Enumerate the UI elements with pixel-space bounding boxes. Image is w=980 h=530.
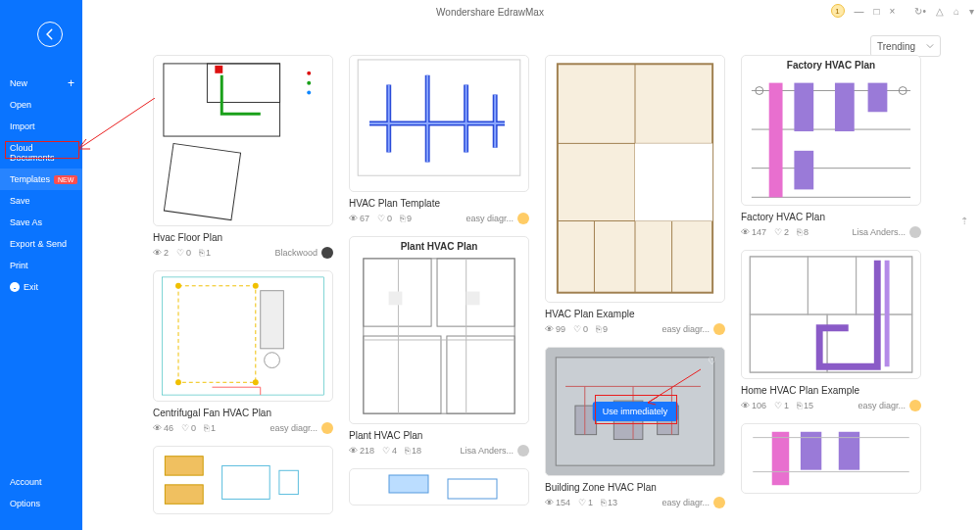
template-title: Plant HVAC Plan (349, 430, 529, 441)
template-author: easy diagr... (858, 400, 921, 411)
template-card[interactable]: HVAC Plan Example 👁99 ♡0 ⎘9 easy diagr..… (545, 55, 725, 335)
bell-icon[interactable]: △ (936, 6, 944, 17)
svg-rect-48 (835, 83, 855, 131)
sort-dropdown[interactable]: Trending (870, 35, 941, 57)
sidebar-item-import[interactable]: Import (0, 116, 82, 137)
svg-rect-55 (857, 257, 912, 314)
sidebar-item-save-as[interactable]: Save As (0, 212, 82, 233)
template-card[interactable]: Factory HVAC Plan Factory HVAC Plan 👁147… (741, 55, 921, 238)
svg-point-13 (175, 283, 181, 289)
template-thumbnail: Plant HVAC Plan (349, 236, 529, 424)
template-card[interactable]: Hvac Floor Plan 👁2 ♡0 ⎘1 Blackwood (153, 55, 333, 259)
svg-point-12 (265, 353, 280, 368)
plus-icon: + (68, 76, 74, 90)
sidebar-item-templates[interactable]: TemplatesNEW (0, 169, 82, 190)
template-card[interactable] (741, 423, 921, 494)
template-title: Home HVAC Plan Example (741, 385, 921, 396)
close-icon[interactable]: × (890, 6, 896, 17)
sidebar-item-new[interactable]: New+ (0, 72, 82, 94)
template-card[interactable]: Plant HVAC Plan Plant HVAC Plan 👁218 ♡4 … (349, 236, 529, 457)
likes-icon: ♡0 (176, 248, 191, 258)
template-thumbnail (153, 446, 333, 514)
svg-rect-54 (808, 257, 856, 314)
template-thumbnail: ♡ Use immediately (545, 347, 725, 476)
avatar (909, 400, 921, 411)
history-icon[interactable]: ↻• (914, 6, 926, 17)
heart-icon[interactable]: ♡ (708, 356, 716, 366)
svg-point-16 (253, 379, 259, 385)
gift-icon[interactable]: ⌂ (954, 6, 959, 17)
svg-rect-5 (164, 143, 240, 219)
template-stats: 👁46 ♡0 ⎘1 (153, 423, 216, 433)
template-stats: 👁147 ♡2 ⎘8 (741, 227, 808, 237)
sidebar-item-options[interactable]: Options (0, 493, 82, 514)
svg-rect-18 (165, 485, 203, 504)
svg-rect-28 (466, 292, 480, 306)
window-icons: 1 — □ × ↻• △ ⌂ ▾ (831, 4, 974, 18)
use-immediately-button[interactable]: Use immediately (593, 402, 678, 421)
thumb-inner-title: Plant HVAC Plan (350, 237, 528, 252)
svg-rect-58 (772, 432, 790, 485)
template-title: HVAC Plan Example (545, 309, 725, 319)
notification-badge[interactable]: 1 (831, 4, 845, 18)
template-thumbnail (153, 270, 333, 402)
avatar (909, 226, 921, 238)
svg-rect-20 (279, 470, 298, 494)
svg-point-15 (175, 379, 181, 385)
template-author: easy diagr... (662, 323, 725, 335)
more-menu-icon[interactable]: ▾ (969, 6, 974, 17)
svg-rect-26 (447, 336, 514, 413)
sidebar-item-cloud-documents[interactable]: Cloud Documents (0, 137, 82, 169)
titlebar: Wondershare EdrawMax 1 — □ × ↻• △ ⌂ ▾ (0, 0, 980, 24)
avatar (321, 422, 333, 434)
template-author: easy diagr... (662, 497, 725, 508)
template-card[interactable]: ♡ Use immediately Building Zone HVAC Pla… (545, 347, 725, 508)
sidebar-item-print[interactable]: Print (0, 255, 82, 276)
template-stats: 👁106 ♡1 ⎘15 (741, 401, 813, 410)
svg-rect-6 (215, 66, 222, 73)
svg-rect-46 (794, 83, 813, 131)
template-card[interactable]: HVAC Plan Template 👁67 ♡0 ⎘9 easy diagr.… (349, 55, 529, 224)
avatar (713, 497, 725, 508)
maximize-icon[interactable]: □ (874, 6, 880, 17)
template-grid: Hvac Floor Plan 👁2 ♡0 ⎘1 Blackwood (82, 55, 972, 530)
sort-label: Trending (877, 41, 915, 52)
sidebar-item-export-send[interactable]: Export & Send (0, 233, 82, 255)
template-author: Blackwood (274, 247, 333, 259)
template-card[interactable] (349, 468, 529, 506)
avatar (517, 213, 529, 224)
svg-point-14 (253, 283, 259, 289)
svg-point-9 (307, 91, 311, 95)
app-title: Wondershare EdrawMax (436, 7, 544, 18)
avatar (517, 445, 529, 457)
sidebar-item-save[interactable]: Save (0, 190, 82, 212)
template-title: Factory HVAC Plan (741, 212, 921, 222)
template-thumbnail (349, 468, 529, 506)
svg-rect-29 (389, 475, 428, 493)
svg-rect-47 (794, 151, 813, 190)
sidebar-item-open[interactable]: Open (0, 94, 82, 116)
minimize-icon[interactable]: — (855, 6, 864, 17)
template-thumbnail (741, 423, 921, 494)
template-thumbnail (153, 55, 333, 226)
svg-rect-17 (165, 457, 203, 475)
template-stats: 👁154 ♡1 ⎘13 (545, 498, 617, 507)
avatar (321, 247, 333, 259)
template-author: easy diagr... (466, 213, 529, 224)
template-stats: 👁218 ♡4 ⎘18 (349, 446, 421, 456)
exit-icon: - (10, 282, 20, 292)
svg-rect-30 (448, 479, 497, 499)
sidebar-item-exit[interactable]: -Exit (0, 276, 82, 298)
template-card[interactable]: Home HVAC Plan Example 👁106 ♡1 ⎘15 easy … (741, 250, 921, 411)
template-thumbnail (349, 55, 529, 192)
template-card[interactable]: Centrifugal Fan HVAC Plan 👁46 ♡0 ⎘1 easy… (153, 270, 333, 434)
template-author: Lisa Anders... (852, 226, 921, 238)
svg-point-8 (307, 81, 311, 85)
svg-rect-25 (364, 336, 441, 413)
back-button[interactable] (37, 22, 63, 47)
template-author: easy diagr... (270, 422, 333, 434)
template-author: Lisa Anders... (460, 445, 529, 457)
template-card[interactable] (153, 446, 333, 514)
svg-rect-56 (750, 314, 827, 372)
sidebar-item-account[interactable]: Account (0, 471, 82, 493)
